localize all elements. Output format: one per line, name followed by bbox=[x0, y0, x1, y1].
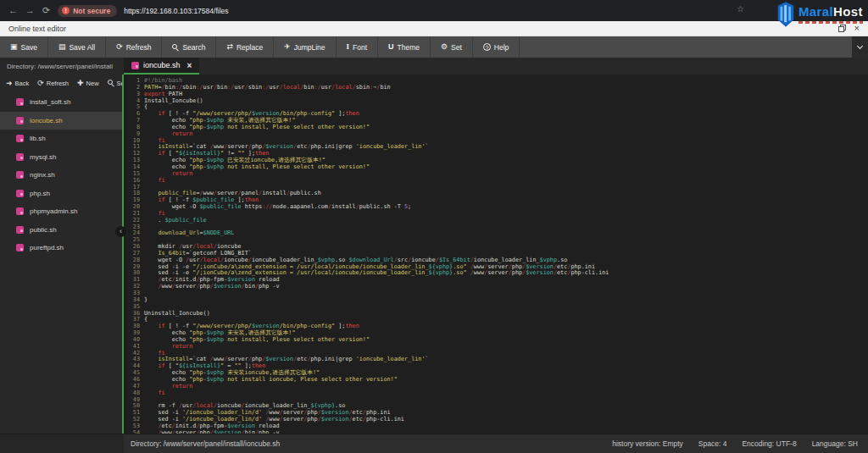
restore-window-icon[interactable] bbox=[838, 25, 846, 32]
code-line: 35 bbox=[124, 304, 868, 311]
code-line: 47 return bbox=[124, 384, 868, 390]
file-icon bbox=[16, 117, 24, 124]
line-number: 2 bbox=[124, 85, 144, 91]
code-text: download_Url=$NODE_URL bbox=[144, 230, 234, 237]
save-all-icon bbox=[58, 43, 66, 51]
replace-icon bbox=[226, 43, 233, 51]
sidebar-action-label: Refresh bbox=[47, 80, 69, 87]
toolbar-button-label: Help bbox=[494, 43, 509, 52]
toolbar-button-label: Search bbox=[182, 43, 205, 52]
toolbar-button-theme[interactable]: Theme bbox=[378, 36, 431, 58]
toolbar-button-label: Font bbox=[353, 43, 367, 52]
code-line: 8 echo "php-$vphp not install, Plese sel… bbox=[124, 124, 868, 131]
status-corner bbox=[0, 434, 124, 453]
toolbar: SaveSave AllRefreshSearchReplaceJumpLine… bbox=[0, 36, 868, 58]
file-name: pureftpd.sh bbox=[30, 244, 64, 251]
sidebar-collapse-handle[interactable]: ‹ bbox=[115, 226, 126, 237]
file-icon bbox=[16, 244, 24, 251]
page-title: Online text editor bbox=[8, 25, 66, 33]
toolbar-button-search[interactable]: Search bbox=[162, 36, 216, 58]
toolbar-button-refresh[interactable]: Refresh bbox=[106, 36, 162, 58]
file-icon bbox=[16, 98, 24, 106]
code-line: 20 wget -O $public_file https://node.aap… bbox=[124, 204, 868, 211]
jumpline-icon bbox=[284, 43, 291, 51]
file-item-mysql-sh[interactable]: mysql.sh bbox=[0, 148, 122, 167]
theme-icon bbox=[388, 43, 394, 51]
line-number: 6 bbox=[124, 111, 144, 118]
warning-icon bbox=[62, 7, 70, 14]
sidebar-action-back[interactable]: Back bbox=[6, 80, 29, 87]
status-path: Directory: /www/server/panel/install/ion… bbox=[124, 439, 280, 448]
file-icon bbox=[16, 171, 24, 179]
file-icon bbox=[131, 62, 139, 69]
tab-close-icon[interactable]: × bbox=[187, 61, 192, 70]
file-icon bbox=[16, 153, 24, 161]
code-line: 4Install_Ioncube() bbox=[124, 98, 868, 105]
code-line: 46 echo "php-$vphp not install ioncube, … bbox=[124, 377, 868, 384]
url-text[interactable]: https://192.168.0.103:17584/files bbox=[124, 7, 228, 15]
toolbar-button-replace[interactable]: Replace bbox=[216, 36, 274, 58]
file-item-lib-sh[interactable]: lib.sh bbox=[0, 130, 122, 148]
line-number: 7 bbox=[124, 118, 144, 124]
search-icon bbox=[172, 44, 179, 51]
file-item-install-soft-sh[interactable]: install_soft.sh bbox=[0, 93, 122, 112]
toolbar-button-set[interactable]: Set bbox=[431, 36, 473, 58]
file-name: mysql.sh bbox=[30, 153, 57, 161]
search-icon bbox=[108, 80, 114, 86]
sidebar-action-new[interactable]: New bbox=[77, 80, 99, 87]
code-line: 21 fi bbox=[124, 211, 868, 218]
tab-ioncube[interactable]: ioncube.sh × bbox=[124, 58, 199, 75]
toolbar-button-save-all[interactable]: Save All bbox=[48, 36, 106, 58]
code-line: 3export PATH bbox=[124, 91, 868, 98]
close-window-icon[interactable]: × bbox=[854, 25, 860, 32]
browser-back-icon[interactable]: ← bbox=[8, 6, 18, 15]
file-list: install_soft.shioncube.shlib.shmysql.shn… bbox=[0, 93, 122, 257]
code-line: 23 bbox=[124, 224, 868, 231]
code-line: 40 echo "php-$vphp not install, Plese se… bbox=[124, 337, 868, 344]
toolbar-button-help[interactable]: Help bbox=[473, 36, 520, 58]
code-text: Uninstall_Ioncube() bbox=[144, 311, 210, 318]
sidebar-action-refresh[interactable]: Refresh bbox=[37, 80, 69, 87]
tab-bar: Directory: /www/server/panel/install ion… bbox=[0, 58, 868, 75]
browser-forward-icon[interactable]: → bbox=[25, 6, 35, 15]
sidebar-action-label: Back bbox=[15, 80, 30, 87]
address-bar[interactable]: Not secure https://192.168.0.103:17584/f… bbox=[58, 5, 228, 17]
code-text: wget -O $public_file https://node.aapane… bbox=[144, 204, 411, 211]
file-item-ioncube-sh[interactable]: ioncube.sh bbox=[0, 112, 122, 130]
file-name: php.sh bbox=[30, 190, 50, 197]
status-bar: Directory: /www/server/panel/install/ion… bbox=[0, 434, 868, 453]
status-item-language: Language: SH bbox=[812, 439, 858, 448]
set-icon bbox=[441, 43, 448, 51]
code-editor[interactable]: 1#!/bin/bash2PATH=/bin:/sbin:/usr/bin:/u… bbox=[124, 75, 868, 434]
toolbar-collapse-button[interactable] bbox=[852, 36, 868, 58]
code-text: } bbox=[144, 297, 147, 304]
toolbar-button-jumpline[interactable]: JumpLine bbox=[274, 36, 336, 58]
browser-refresh-icon[interactable]: ⟳ bbox=[42, 6, 50, 15]
file-item-php-sh[interactable]: php.sh bbox=[0, 185, 122, 203]
toolbar-button-save[interactable]: Save bbox=[0, 36, 48, 58]
file-item-phpmyadmin-sh[interactable]: phpmyadmin.sh bbox=[0, 202, 122, 221]
code-text: . $public_file bbox=[144, 218, 207, 224]
file-icon bbox=[16, 226, 24, 234]
code-line: 2PATH=/bin:/sbin:/usr/bin:/usr/sbin:/usr… bbox=[124, 85, 868, 91]
code-line: 33 bbox=[124, 290, 868, 297]
toolbar-button-label: JumpLine bbox=[294, 43, 326, 52]
not-secure-badge[interactable]: Not secure bbox=[58, 5, 117, 17]
toolbar-button-label: Theme bbox=[398, 43, 420, 52]
bookmark-star-icon[interactable]: ☆ bbox=[737, 4, 744, 14]
code-line: 24 download_Url=$NODE_URL bbox=[124, 230, 868, 237]
status-item-encoding: Encoding: UTF-8 bbox=[742, 439, 796, 448]
file-item-public-sh[interactable]: public.sh bbox=[0, 221, 122, 240]
tab-label: ioncube.sh bbox=[143, 61, 181, 69]
file-name: nginx.sh bbox=[30, 171, 55, 179]
status-item-space: Space: 4 bbox=[698, 439, 727, 448]
file-item-pureftpd-sh[interactable]: pureftpd.sh bbox=[0, 239, 122, 257]
file-item-nginx-sh[interactable]: nginx.sh bbox=[0, 166, 122, 185]
help-icon bbox=[483, 43, 491, 51]
file-name: ioncube.sh bbox=[30, 117, 63, 124]
toolbar-button-label: Refresh bbox=[126, 43, 152, 52]
status-right-items: history version: EmptySpace: 4Encoding: … bbox=[612, 439, 868, 448]
code-text: fi bbox=[144, 390, 165, 397]
toolbar-button-font[interactable]: Font bbox=[337, 36, 379, 58]
code-line: 41 return bbox=[124, 344, 868, 351]
